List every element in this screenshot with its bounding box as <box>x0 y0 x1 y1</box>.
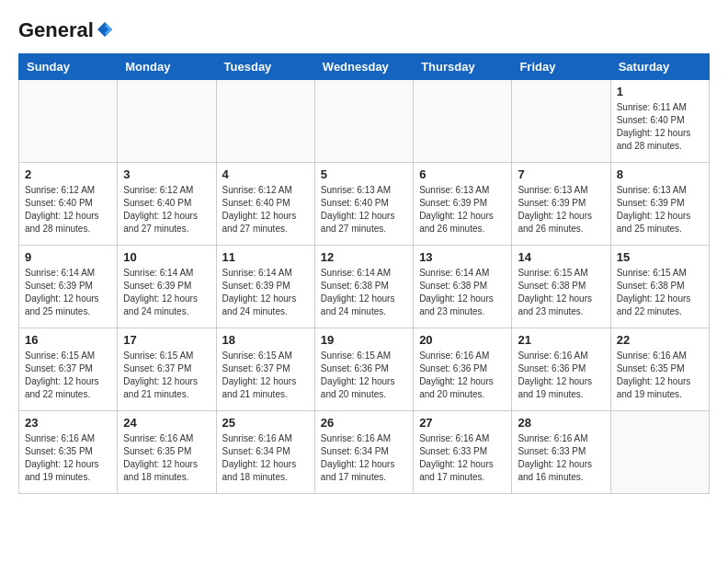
week-row-2: 2Sunrise: 6:12 AM Sunset: 6:40 PM Daylig… <box>19 163 710 246</box>
day-cell: 22Sunrise: 6:16 AM Sunset: 6:35 PM Dayli… <box>610 328 709 411</box>
day-info: Sunrise: 6:11 AM Sunset: 6:40 PM Dayligh… <box>617 101 703 153</box>
day-number: 25 <box>222 416 309 430</box>
day-number: 24 <box>123 416 210 430</box>
day-cell: 12Sunrise: 6:14 AM Sunset: 6:38 PM Dayli… <box>314 246 413 328</box>
day-info: Sunrise: 6:13 AM Sunset: 6:39 PM Dayligh… <box>518 184 604 236</box>
day-cell: 28Sunrise: 6:16 AM Sunset: 6:33 PM Dayli… <box>512 411 610 494</box>
day-cell: 5Sunrise: 6:13 AM Sunset: 6:40 PM Daylig… <box>314 163 413 246</box>
day-cell: 15Sunrise: 6:15 AM Sunset: 6:38 PM Dayli… <box>610 246 709 328</box>
day-number: 10 <box>123 250 210 264</box>
day-cell: 20Sunrise: 6:16 AM Sunset: 6:36 PM Dayli… <box>414 328 512 411</box>
day-info: Sunrise: 6:16 AM Sunset: 6:35 PM Dayligh… <box>123 432 210 484</box>
col-header-saturday: Saturday <box>610 54 709 80</box>
week-row-4: 16Sunrise: 6:15 AM Sunset: 6:37 PM Dayli… <box>19 328 710 411</box>
week-row-1: 1Sunrise: 6:11 AM Sunset: 6:40 PM Daylig… <box>19 80 710 163</box>
day-info: Sunrise: 6:16 AM Sunset: 6:34 PM Dayligh… <box>321 432 407 484</box>
day-number: 21 <box>518 333 604 347</box>
day-cell <box>118 80 216 163</box>
day-cell <box>414 80 512 163</box>
day-number: 11 <box>222 250 309 264</box>
col-header-tuesday: Tuesday <box>216 54 314 80</box>
day-info: Sunrise: 6:16 AM Sunset: 6:35 PM Dayligh… <box>617 350 703 401</box>
day-info: Sunrise: 6:16 AM Sunset: 6:35 PM Dayligh… <box>25 432 111 484</box>
day-cell: 10Sunrise: 6:14 AM Sunset: 6:39 PM Dayli… <box>118 246 216 328</box>
day-info: Sunrise: 6:15 AM Sunset: 6:37 PM Dayligh… <box>123 350 210 401</box>
week-row-3: 9Sunrise: 6:14 AM Sunset: 6:39 PM Daylig… <box>19 246 710 328</box>
col-header-thursday: Thursday <box>414 54 512 80</box>
day-cell <box>610 411 709 494</box>
day-info: Sunrise: 6:12 AM Sunset: 6:40 PM Dayligh… <box>25 184 111 236</box>
day-info: Sunrise: 6:16 AM Sunset: 6:34 PM Dayligh… <box>222 432 309 484</box>
day-cell <box>216 80 314 163</box>
day-info: Sunrise: 6:15 AM Sunset: 6:37 PM Dayligh… <box>25 350 111 401</box>
day-cell: 17Sunrise: 6:15 AM Sunset: 6:37 PM Dayli… <box>118 328 216 411</box>
day-cell: 13Sunrise: 6:14 AM Sunset: 6:38 PM Dayli… <box>414 246 512 328</box>
day-number: 7 <box>518 167 604 181</box>
day-number: 12 <box>321 250 407 264</box>
day-cell: 14Sunrise: 6:15 AM Sunset: 6:38 PM Dayli… <box>512 246 610 328</box>
day-cell: 21Sunrise: 6:16 AM Sunset: 6:36 PM Dayli… <box>512 328 610 411</box>
day-number: 5 <box>321 167 407 181</box>
day-info: Sunrise: 6:16 AM Sunset: 6:36 PM Dayligh… <box>419 350 506 401</box>
day-number: 6 <box>419 167 506 181</box>
day-number: 18 <box>222 333 309 347</box>
day-number: 23 <box>25 416 111 430</box>
day-number: 14 <box>518 250 604 264</box>
day-cell: 9Sunrise: 6:14 AM Sunset: 6:39 PM Daylig… <box>19 246 118 328</box>
day-cell: 3Sunrise: 6:12 AM Sunset: 6:40 PM Daylig… <box>118 163 216 246</box>
day-number: 26 <box>321 416 407 430</box>
day-info: Sunrise: 6:14 AM Sunset: 6:39 PM Dayligh… <box>222 267 309 318</box>
calendar: SundayMondayTuesdayWednesdayThursdayFrid… <box>18 53 710 494</box>
day-info: Sunrise: 6:16 AM Sunset: 6:36 PM Dayligh… <box>518 350 604 401</box>
day-cell: 24Sunrise: 6:16 AM Sunset: 6:35 PM Dayli… <box>118 411 216 494</box>
day-cell: 19Sunrise: 6:15 AM Sunset: 6:36 PM Dayli… <box>314 328 413 411</box>
day-number: 9 <box>25 250 111 264</box>
day-cell: 6Sunrise: 6:13 AM Sunset: 6:39 PM Daylig… <box>414 163 512 246</box>
day-info: Sunrise: 6:15 AM Sunset: 6:38 PM Dayligh… <box>518 267 604 318</box>
day-info: Sunrise: 6:14 AM Sunset: 6:39 PM Dayligh… <box>25 267 111 318</box>
day-cell <box>19 80 118 163</box>
day-info: Sunrise: 6:12 AM Sunset: 6:40 PM Dayligh… <box>123 184 210 236</box>
day-info: Sunrise: 6:14 AM Sunset: 6:39 PM Dayligh… <box>123 267 210 318</box>
day-info: Sunrise: 6:13 AM Sunset: 6:39 PM Dayligh… <box>419 184 506 236</box>
day-info: Sunrise: 6:15 AM Sunset: 6:36 PM Dayligh… <box>321 350 407 401</box>
day-cell: 27Sunrise: 6:16 AM Sunset: 6:33 PM Dayli… <box>414 411 512 494</box>
day-number: 27 <box>419 416 506 430</box>
day-cell <box>314 80 413 163</box>
day-number: 2 <box>25 167 111 181</box>
day-number: 16 <box>25 333 111 347</box>
day-info: Sunrise: 6:15 AM Sunset: 6:38 PM Dayligh… <box>617 267 703 318</box>
col-header-sunday: Sunday <box>19 54 118 80</box>
day-cell: 11Sunrise: 6:14 AM Sunset: 6:39 PM Dayli… <box>216 246 314 328</box>
day-info: Sunrise: 6:15 AM Sunset: 6:37 PM Dayligh… <box>222 350 309 401</box>
day-info: Sunrise: 6:13 AM Sunset: 6:39 PM Dayligh… <box>617 184 703 236</box>
day-number: 15 <box>617 250 703 264</box>
day-cell: 8Sunrise: 6:13 AM Sunset: 6:39 PM Daylig… <box>610 163 709 246</box>
day-number: 22 <box>617 333 703 347</box>
col-header-monday: Monday <box>118 54 216 80</box>
day-number: 28 <box>518 416 604 430</box>
day-cell: 25Sunrise: 6:16 AM Sunset: 6:34 PM Dayli… <box>216 411 314 494</box>
day-info: Sunrise: 6:14 AM Sunset: 6:38 PM Dayligh… <box>321 267 407 318</box>
day-cell: 2Sunrise: 6:12 AM Sunset: 6:40 PM Daylig… <box>19 163 118 246</box>
day-info: Sunrise: 6:16 AM Sunset: 6:33 PM Dayligh… <box>518 432 604 484</box>
week-row-5: 23Sunrise: 6:16 AM Sunset: 6:35 PM Dayli… <box>19 411 710 494</box>
logo-icon <box>96 20 114 39</box>
day-cell: 26Sunrise: 6:16 AM Sunset: 6:34 PM Dayli… <box>314 411 413 494</box>
day-number: 20 <box>419 333 506 347</box>
day-info: Sunrise: 6:14 AM Sunset: 6:38 PM Dayligh… <box>419 267 506 318</box>
logo-general: General <box>18 18 94 42</box>
day-number: 3 <box>123 167 210 181</box>
day-cell <box>512 80 610 163</box>
header: General <box>18 18 710 39</box>
day-number: 19 <box>321 333 407 347</box>
calendar-header-row: SundayMondayTuesdayWednesdayThursdayFrid… <box>19 54 710 80</box>
day-number: 1 <box>617 85 703 98</box>
col-header-wednesday: Wednesday <box>314 54 413 80</box>
day-cell: 18Sunrise: 6:15 AM Sunset: 6:37 PM Dayli… <box>216 328 314 411</box>
day-cell: 16Sunrise: 6:15 AM Sunset: 6:37 PM Dayli… <box>19 328 118 411</box>
logo: General <box>18 18 114 39</box>
day-cell: 23Sunrise: 6:16 AM Sunset: 6:35 PM Dayli… <box>19 411 118 494</box>
day-number: 4 <box>222 167 309 181</box>
day-number: 8 <box>617 167 703 181</box>
